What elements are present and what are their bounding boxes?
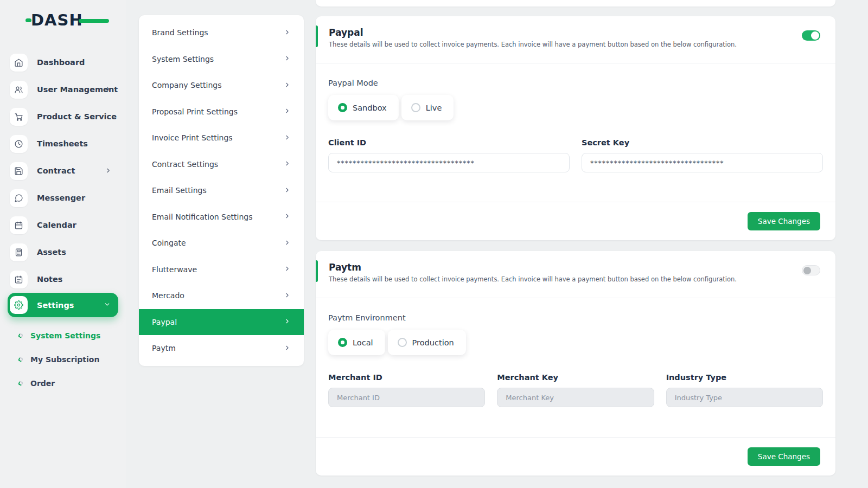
paytm-enabled-toggle[interactable]: [802, 265, 820, 275]
settings-menu-label: Flutterwave: [152, 265, 197, 274]
paytm-footer: Save Changes: [316, 437, 835, 476]
settings-menu-item-coingate[interactable]: Coingate: [139, 230, 304, 256]
industry-type-input[interactable]: [666, 388, 823, 407]
settings-menu-item-proposal-print-settings[interactable]: Proposal Print Settings: [139, 99, 304, 125]
sidebar-item-notes[interactable]: Notes: [0, 266, 126, 293]
settings-menu-item-contract-settings[interactable]: Contract Settings: [139, 151, 304, 178]
chevron-right-icon: [284, 238, 291, 248]
paypal-fields: Client ID Secret Key: [328, 138, 823, 172]
settings-submenu: System Settings My Subscription Order: [0, 324, 126, 395]
gear-icon: [10, 296, 28, 314]
settings-menu-label: Paypal: [152, 318, 177, 326]
paytm-body: Paytm Environment Local Production Merch…: [316, 298, 835, 407]
merchant-id-input[interactable]: [328, 388, 485, 407]
paytm-save-button[interactable]: Save Changes: [748, 447, 820, 466]
settings-menu-item-system-settings[interactable]: System Settings: [139, 46, 304, 73]
settings-menu-item-brand-settings[interactable]: Brand Settings: [139, 20, 304, 46]
app-logo[interactable]: DASH: [31, 11, 96, 29]
calendar-icon: [10, 216, 28, 234]
sidebar-item-product-service[interactable]: Product & Service: [0, 103, 126, 130]
settings-menu-label: Email Notification Settings: [152, 213, 253, 221]
settings-menu-label: Invoice Print Settings: [152, 133, 233, 142]
paypal-footer: Save Changes: [316, 202, 835, 240]
paytm-fields: Merchant ID Merchant Key Industry Type: [328, 373, 823, 407]
paypal-section-card: Paypal These details will be used to col…: [316, 16, 835, 240]
sidebar-item-timesheets[interactable]: Timesheets: [0, 130, 126, 157]
settings-menu-item-paytm[interactable]: Paytm: [139, 335, 304, 362]
sidebar-item-contract[interactable]: Contract: [0, 157, 126, 184]
sidebar-item-label: Dashboard: [37, 58, 85, 67]
client-id-input[interactable]: [328, 153, 570, 172]
industry-type-field-group: Industry Type: [666, 373, 823, 407]
bullet-icon: [18, 333, 23, 338]
sidebar-item-label: Assets: [37, 248, 66, 256]
cart-icon: [10, 108, 28, 126]
radio-unselected-icon: [411, 103, 420, 112]
settings-menu-item-paypal[interactable]: Paypal: [139, 309, 304, 336]
submenu-item-my-subscription[interactable]: My Subscription: [0, 348, 126, 371]
radio-label: Live: [426, 104, 442, 112]
submenu-item-order[interactable]: Order: [0, 371, 126, 395]
paytm-section-card: Paytm These details will be used to coll…: [316, 251, 835, 476]
settings-menu-panel: Brand Settings System Settings Company S…: [139, 15, 304, 366]
sidebar-item-messenger[interactable]: Messenger: [0, 184, 126, 211]
sidebar-item-dashboard[interactable]: Dashboard: [0, 49, 126, 76]
radio-live[interactable]: Live: [401, 95, 454, 120]
industry-type-label: Industry Type: [666, 373, 823, 382]
logo-dot: [25, 18, 31, 22]
radio-production[interactable]: Production: [388, 330, 466, 355]
logo-text: DASH: [31, 11, 83, 29]
merchant-key-label: Merchant Key: [497, 373, 654, 382]
merchant-key-input[interactable]: [497, 388, 654, 407]
paypal-mode-label: Paypal Mode: [328, 79, 823, 87]
settings-menu-item-mercado[interactable]: Mercado: [139, 282, 304, 309]
radio-sandbox[interactable]: Sandbox: [328, 95, 399, 120]
chevron-right-icon: [284, 106, 291, 117]
chevron-right-icon: [284, 211, 291, 222]
radio-label: Production: [412, 338, 454, 347]
merchant-key-field-group: Merchant Key: [497, 373, 654, 407]
submenu-item-label: My Subscription: [30, 355, 99, 364]
settings-menu-item-invoice-print-settings[interactable]: Invoice Print Settings: [139, 125, 304, 151]
sidebar-item-assets[interactable]: Assets: [0, 239, 126, 266]
merchant-id-field-group: Merchant ID: [328, 373, 485, 407]
radio-selected-icon: [338, 338, 347, 347]
settings-menu-label: Coingate: [152, 239, 186, 247]
settings-menu-item-email-notification-settings[interactable]: Email Notification Settings: [139, 204, 304, 230]
sidebar-item-label: Notes: [37, 275, 63, 284]
settings-menu-label: Email Settings: [152, 186, 207, 195]
merchant-id-label: Merchant ID: [328, 373, 485, 382]
sidebar-item-calendar[interactable]: Calendar: [0, 211, 126, 239]
chevron-right-icon: [284, 80, 291, 91]
paypal-body: Paypal Mode Sandbox Live Client ID Secre…: [316, 63, 835, 172]
chevron-right-icon: [284, 133, 291, 143]
chat-icon: [10, 189, 28, 207]
settings-menu-label: Contract Settings: [152, 160, 218, 169]
paypal-enabled-toggle[interactable]: [802, 30, 820, 41]
submenu-item-system-settings[interactable]: System Settings: [0, 324, 126, 348]
paytm-title: Paytm: [329, 262, 820, 273]
sidebar: DASH Dashboard User Management Product &…: [0, 0, 126, 488]
settings-menu-label: Company Settings: [152, 81, 221, 89]
sidebar-nav: Dashboard User Management Product & Serv…: [0, 49, 126, 395]
sidebar-item-label: Calendar: [37, 221, 76, 229]
chevron-right-icon: [284, 264, 291, 274]
submenu-item-label: System Settings: [30, 331, 100, 340]
settings-menu-item-email-settings[interactable]: Email Settings: [139, 177, 304, 204]
logo-dash-bar: [79, 19, 109, 23]
sidebar-item-settings[interactable]: Settings: [8, 293, 118, 317]
radio-unselected-icon: [398, 338, 407, 347]
secret-key-label: Secret Key: [582, 138, 823, 147]
settings-menu-item-company-settings[interactable]: Company Settings: [139, 72, 304, 99]
toggle-knob: [811, 31, 819, 40]
chevron-down-icon: [104, 300, 111, 310]
paypal-save-button[interactable]: Save Changes: [748, 212, 820, 230]
settings-menu-label: Proposal Print Settings: [152, 107, 238, 116]
notes-icon: [10, 271, 28, 288]
settings-menu-item-flutterwave[interactable]: Flutterwave: [139, 256, 304, 283]
radio-local[interactable]: Local: [328, 330, 385, 355]
secret-key-input[interactable]: [582, 153, 823, 172]
settings-menu-label: Brand Settings: [152, 28, 208, 37]
users-icon: [10, 81, 28, 99]
sidebar-item-user-management[interactable]: User Management: [0, 76, 126, 103]
